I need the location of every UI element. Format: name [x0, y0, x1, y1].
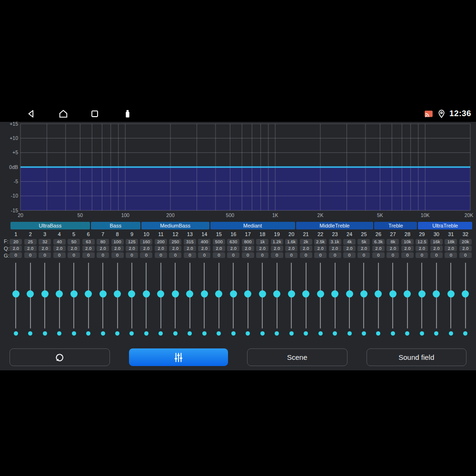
gain-slider-16[interactable] — [226, 263, 240, 328]
gain-slider-6[interactable] — [81, 263, 95, 328]
gain-value[interactable]: 0 — [169, 252, 181, 258]
gain-value[interactable]: 0 — [329, 252, 341, 258]
gain-slider-25[interactable] — [357, 263, 371, 328]
gain-slider-11[interactable] — [154, 263, 168, 328]
q-value[interactable]: 2.0 — [169, 246, 181, 251]
slider-knob[interactable] — [27, 290, 34, 298]
slider-knob[interactable] — [128, 290, 135, 298]
recents-icon[interactable] — [89, 109, 100, 119]
freq-value[interactable]: 18k — [445, 239, 457, 245]
channel-dot-1[interactable] — [14, 331, 18, 336]
q-value[interactable]: 2.0 — [97, 246, 109, 251]
gain-slider-3[interactable] — [38, 263, 52, 328]
q-value[interactable]: 2.0 — [198, 246, 210, 251]
channel-dot-28[interactable] — [405, 331, 409, 336]
freq-value[interactable]: 160 — [140, 239, 152, 245]
q-value[interactable]: 2.0 — [401, 246, 414, 251]
gain-value[interactable]: 0 — [242, 252, 254, 258]
gain-slider-20[interactable] — [284, 263, 298, 328]
channel-dot-10[interactable] — [144, 331, 149, 336]
gain-slider-19[interactable] — [269, 263, 284, 328]
freq-value[interactable]: 315 — [184, 239, 196, 245]
slider-knob[interactable] — [41, 290, 49, 298]
gain-slider-5[interactable] — [67, 263, 81, 328]
gain-slider-28[interactable] — [400, 263, 415, 328]
freq-value[interactable]: 630 — [227, 239, 239, 245]
slider-knob[interactable] — [99, 290, 107, 298]
channel-dot-31[interactable] — [449, 331, 453, 336]
gain-value[interactable]: 0 — [300, 252, 312, 258]
channel-dot-19[interactable] — [275, 331, 279, 336]
gain-value[interactable]: 0 — [24, 252, 37, 258]
q-value[interactable]: 2.0 — [357, 246, 370, 251]
gain-slider-29[interactable] — [415, 263, 429, 328]
slider-knob[interactable] — [201, 290, 208, 298]
freq-value[interactable]: 200 — [155, 239, 167, 245]
channel-dot-24[interactable] — [347, 331, 352, 336]
slider-knob[interactable] — [317, 290, 324, 298]
freq-value[interactable]: 16k — [430, 239, 443, 245]
freq-value[interactable]: 125 — [126, 239, 138, 245]
home-icon[interactable] — [58, 109, 69, 119]
gain-slider-26[interactable] — [371, 263, 386, 328]
slider-knob[interactable] — [244, 290, 251, 298]
gain-value[interactable]: 0 — [459, 252, 472, 258]
freq-value[interactable]: 40 — [53, 239, 66, 245]
channel-dot-2[interactable] — [28, 331, 32, 336]
channel-dot-16[interactable] — [231, 331, 236, 336]
gain-slider-23[interactable] — [327, 263, 342, 328]
q-value[interactable]: 2.0 — [155, 246, 167, 251]
channel-dot-32[interactable] — [463, 331, 467, 336]
gain-slider-12[interactable] — [168, 263, 182, 328]
gain-value[interactable]: 0 — [445, 252, 457, 258]
gain-value[interactable]: 0 — [285, 252, 298, 258]
q-value[interactable]: 2.0 — [10, 246, 22, 251]
gain-value[interactable]: 0 — [39, 252, 51, 258]
gain-slider-4[interactable] — [52, 263, 66, 328]
q-value[interactable]: 2.0 — [343, 246, 356, 251]
slider-knob[interactable] — [85, 290, 92, 298]
gain-slider-17[interactable] — [241, 263, 255, 328]
channel-dot-7[interactable] — [101, 331, 105, 336]
slider-knob[interactable] — [273, 290, 280, 298]
gain-value[interactable]: 0 — [155, 252, 167, 258]
gain-slider-21[interactable] — [298, 263, 313, 328]
usb-icon[interactable] — [122, 109, 133, 119]
gain-value[interactable]: 0 — [10, 252, 22, 258]
freq-value[interactable]: 250 — [169, 239, 181, 245]
freq-value[interactable]: 500 — [213, 239, 225, 245]
q-value[interactable]: 2.0 — [271, 246, 283, 251]
slider-knob[interactable] — [302, 290, 309, 298]
slider-knob[interactable] — [447, 290, 455, 298]
gain-value[interactable]: 0 — [213, 252, 225, 258]
gain-slider-10[interactable] — [139, 263, 153, 328]
channel-dot-12[interactable] — [173, 331, 178, 336]
slider-knob[interactable] — [346, 290, 353, 298]
freq-value[interactable]: 5k — [357, 239, 370, 245]
slider-knob[interactable] — [404, 290, 411, 298]
freq-value[interactable]: 12.5 — [416, 239, 428, 245]
slider-knob[interactable] — [215, 290, 222, 298]
freq-value[interactable]: 63 — [82, 239, 95, 245]
gain-slider-15[interactable] — [212, 263, 226, 328]
q-value[interactable]: 2.0 — [445, 246, 457, 251]
gain-slider-9[interactable] — [125, 263, 139, 328]
gain-value[interactable]: 0 — [343, 252, 356, 258]
q-value[interactable]: 2.0 — [285, 246, 298, 251]
channel-dot-13[interactable] — [188, 331, 192, 336]
slider-knob[interactable] — [56, 290, 63, 298]
channel-dot-20[interactable] — [289, 331, 294, 336]
channel-dot-22[interactable] — [318, 331, 323, 336]
q-value[interactable]: 2.0 — [459, 246, 472, 251]
gain-value[interactable]: 0 — [387, 252, 399, 258]
gain-value[interactable]: 0 — [140, 252, 152, 258]
channel-dot-27[interactable] — [391, 331, 395, 336]
gain-value[interactable]: 0 — [401, 252, 414, 258]
freq-value[interactable]: 800 — [242, 239, 254, 245]
gain-value[interactable]: 0 — [227, 252, 239, 258]
q-value[interactable]: 2.0 — [372, 246, 385, 251]
gain-value[interactable]: 0 — [53, 252, 66, 258]
q-value[interactable]: 2.0 — [24, 246, 37, 251]
freq-value[interactable]: 1.6k — [285, 239, 298, 245]
freq-value[interactable]: 50 — [68, 239, 80, 245]
